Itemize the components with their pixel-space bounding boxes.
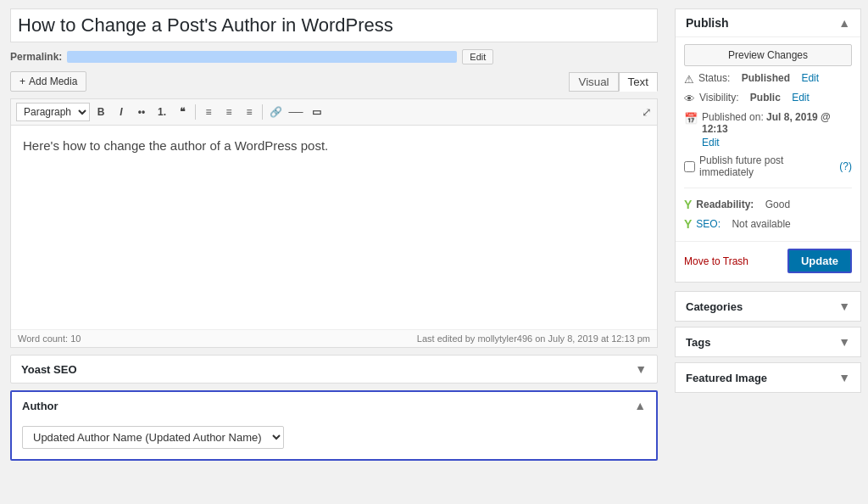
visibility-edit-link[interactable]: Edit: [792, 92, 810, 104]
status-label: Status:: [698, 72, 730, 84]
blockquote-button[interactable]: ❝: [173, 103, 192, 121]
divider-1: [684, 188, 852, 188]
paragraph-select[interactable]: Paragraph: [16, 103, 90, 121]
permalink-edit-button[interactable]: Edit: [462, 49, 493, 64]
more-options-button[interactable]: ──: [287, 103, 305, 121]
categories-chevron: ▼: [838, 300, 850, 313]
link-button[interactable]: 🔗: [266, 103, 285, 121]
seo-value: Not available: [732, 218, 790, 230]
yoast-seo-panel-header[interactable]: Yoast SEO ▼: [11, 356, 657, 383]
seo-link[interactable]: SEO:: [696, 218, 721, 230]
editor-box: Paragraph B I •• 1. ❝ ≡ ≡ ≡ 🔗 ── ▭ ⤢ Her…: [10, 98, 658, 348]
update-button[interactable]: Update: [787, 249, 852, 273]
future-post-hint: (?): [839, 160, 852, 172]
move-to-trash-link[interactable]: Move to Trash: [684, 255, 748, 267]
yoast-seo-panel: Yoast SEO ▼: [10, 355, 658, 384]
visibility-row: 👁 Visibility: Public Edit: [684, 92, 852, 105]
author-panel: Author ▲ Updated Author Name (Updated Au…: [10, 390, 658, 461]
author-select-row: Updated Author Name (Updated Author Name…: [12, 419, 656, 459]
expand-editor-button[interactable]: ⤢: [642, 105, 652, 119]
published-on-label: Published on:: [702, 111, 764, 123]
calendar-icon: 📅: [684, 112, 698, 125]
tags-chevron: ▼: [838, 335, 850, 349]
align-center-button[interactable]: ≡: [220, 103, 238, 121]
author-panel-header[interactable]: Author ▲: [12, 392, 656, 419]
categories-title: Categories: [686, 300, 743, 313]
featured-image-title: Featured Image: [686, 372, 767, 384]
featured-image-chevron: ▼: [838, 371, 850, 384]
readability-value: Good: [765, 199, 790, 210]
categories-header[interactable]: Categories ▼: [676, 292, 860, 321]
featured-image-box: Featured Image ▼: [675, 362, 861, 393]
status-row: ⚠ Status: Published Edit: [684, 72, 852, 86]
preview-changes-button[interactable]: Preview Changes: [684, 44, 852, 66]
readability-label: Readability:: [696, 199, 754, 210]
publish-box-title: Publish ▲: [676, 9, 860, 37]
last-edited: Last edited by mollytyler496 on July 8, …: [417, 333, 650, 344]
tags-header[interactable]: Tags ▼: [676, 328, 860, 356]
fmt-divider-1: [195, 104, 196, 120]
status-icon: ⚠: [684, 73, 694, 86]
visual-text-tabs: Visual Text: [569, 72, 658, 92]
publish-box: Publish ▲ Preview Changes ⚠ Status: Publ…: [675, 8, 861, 283]
post-title-input[interactable]: [10, 8, 658, 42]
visibility-label: Visibility:: [699, 92, 738, 104]
publish-footer: Move to Trash Update: [676, 241, 860, 282]
permalink-url: [67, 51, 457, 63]
format-bar: Paragraph B I •• 1. ❝ ≡ ≡ ≡ 🔗 ── ▭ ⤢: [11, 99, 657, 126]
word-count: Word count: 10: [18, 333, 81, 344]
readability-row: Y Readability: Good: [684, 198, 852, 211]
publish-date-block: Published on: Jul 8, 2019 @ 12:13 Edit: [702, 111, 852, 148]
publish-actions: Preview Changes ⚠ Status: Published Edit…: [676, 37, 860, 238]
editor-content[interactable]: Here's how to change the author of a Wor…: [11, 126, 657, 329]
seo-icon: Y: [684, 217, 692, 231]
permalink-label: Permalink:: [10, 51, 62, 63]
fmt-divider-2: [262, 104, 263, 120]
yoast-seo-title: Yoast SEO: [21, 363, 77, 376]
post-content-text: Here's how to change the author of a Wor…: [23, 138, 328, 153]
tags-box: Tags ▼: [675, 327, 861, 357]
sidebar: Publish ▲ Preview Changes ⚠ Status: Publ…: [668, 0, 868, 504]
editor-toolbar: + Add Media Visual Text: [10, 71, 658, 92]
align-right-button[interactable]: ≡: [240, 103, 259, 121]
editor-footer: Word count: 10 Last edited by mollytyler…: [11, 329, 657, 347]
tab-visual[interactable]: Visual: [569, 72, 618, 92]
add-media-label: Add Media: [29, 76, 77, 87]
add-media-icon: +: [19, 76, 25, 87]
visibility-value: Public: [750, 92, 781, 104]
status-edit-link[interactable]: Edit: [801, 72, 819, 84]
categories-box: Categories ▼: [675, 291, 861, 322]
add-media-button[interactable]: + Add Media: [10, 71, 86, 92]
future-post-label: Publish future post immediately: [699, 154, 835, 178]
table-button[interactable]: ▭: [307, 103, 326, 121]
permalink-row: Permalink: Edit: [10, 49, 658, 64]
bold-button[interactable]: B: [92, 103, 110, 121]
tab-text[interactable]: Text: [619, 72, 658, 92]
status-value: Published: [742, 72, 790, 84]
yoast-seo-chevron: ▼: [635, 362, 647, 376]
publish-title: Publish: [686, 16, 729, 30]
future-post-row: Publish future post immediately (?): [684, 154, 852, 178]
align-left-button[interactable]: ≡: [199, 103, 218, 121]
published-on-row: 📅 Published on: Jul 8, 2019 @ 12:13 Edit: [684, 111, 852, 148]
author-chevron: ▲: [634, 399, 646, 412]
featured-image-header[interactable]: Featured Image ▼: [676, 363, 860, 392]
author-panel-title: Author: [22, 400, 58, 412]
visibility-icon: 👁: [684, 92, 695, 105]
seo-row: Y SEO: Not available: [684, 217, 852, 231]
unordered-list-button[interactable]: ••: [132, 103, 151, 121]
author-select[interactable]: Updated Author Name (Updated Author Name…: [22, 426, 284, 449]
readability-icon: Y: [684, 198, 692, 211]
published-on-text: Published on: Jul 8, 2019 @ 12:13: [702, 111, 852, 135]
published-on-edit-link[interactable]: Edit: [702, 137, 852, 148]
future-post-checkbox[interactable]: [684, 161, 695, 172]
ordered-list-button[interactable]: 1.: [153, 103, 171, 121]
publish-chevron: ▲: [838, 16, 850, 30]
tags-title: Tags: [686, 336, 710, 349]
italic-button[interactable]: I: [112, 103, 131, 121]
